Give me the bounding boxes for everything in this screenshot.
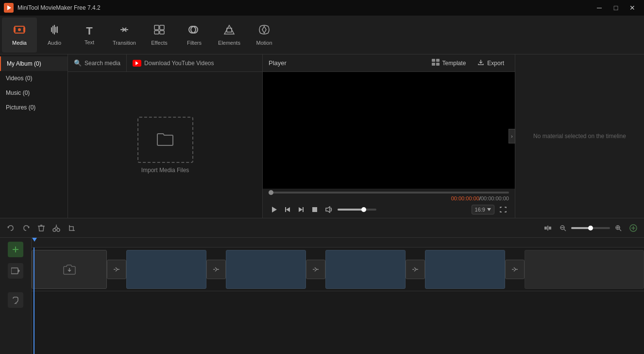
toolbar-item-text[interactable]: T Text: [72, 18, 107, 53]
youtube-icon: [133, 60, 141, 67]
toolbar-item-filters[interactable]: Filters: [177, 18, 212, 53]
search-media-label: Search media: [85, 60, 120, 67]
timeline-transition-3[interactable]: [306, 260, 325, 279]
app-logo: [4, 3, 14, 13]
app-title: MiniTool MovieMaker Free 7.4.2: [17, 4, 101, 11]
minimize-button[interactable]: ─: [592, 3, 607, 13]
toolbar-item-elements[interactable]: Elements: [212, 18, 247, 53]
volume-slider[interactable]: [338, 209, 376, 211]
timeline-playhead-line: [34, 248, 34, 354]
toolbar-item-transition[interactable]: Transition: [107, 18, 142, 53]
download-youtube-label: Download YouTube Videos: [144, 60, 214, 67]
delete-button[interactable]: [35, 222, 48, 234]
video-track: [32, 248, 644, 291]
sidebar-item-pictures[interactable]: Pictures (0): [0, 100, 68, 115]
svg-rect-14: [432, 59, 435, 62]
maximize-button[interactable]: □: [608, 3, 624, 13]
undo-button[interactable]: [4, 222, 17, 234]
time-current: 00:00:00:00: [451, 195, 479, 201]
zoom-out-button[interactable]: [557, 223, 569, 233]
timeline-transition-4[interactable]: [406, 260, 425, 279]
toolbar-transition-label: Transition: [113, 40, 136, 46]
video-track-icon[interactable]: [8, 263, 23, 279]
media-area: 🔍 Search media Download YouTube Videos I…: [68, 54, 262, 218]
progress-thumb: [269, 190, 273, 195]
toolbar-text-label: Text: [85, 39, 94, 45]
svg-point-5: [18, 28, 21, 31]
svg-rect-3: [14, 27, 16, 32]
audio-track-icon[interactable]: [8, 292, 23, 308]
zoom-tracks-button[interactable]: [541, 222, 555, 234]
svg-marker-20: [286, 207, 290, 212]
timeline-sidebar: [0, 238, 32, 354]
cut-button[interactable]: [50, 222, 63, 234]
sidebar-item-music[interactable]: Music (0): [0, 86, 68, 100]
svg-rect-7: [160, 25, 164, 30]
timeline-transition-2[interactable]: [206, 260, 226, 279]
play-button[interactable]: [269, 204, 279, 215]
toolbar-audio-label: Audio: [48, 40, 61, 46]
export-button[interactable]: Export: [473, 57, 509, 69]
svg-rect-36: [11, 268, 18, 274]
chevron-right-icon: ›: [511, 134, 512, 139]
stop-button[interactable]: [309, 204, 320, 215]
download-youtube-button[interactable]: Download YouTube Videos: [127, 54, 220, 72]
svg-rect-23: [312, 207, 317, 212]
svg-marker-24: [326, 207, 330, 212]
timeline-clip-4[interactable]: [425, 250, 505, 289]
timeline-clip-2[interactable]: [226, 250, 306, 289]
add-track-button[interactable]: [627, 222, 640, 234]
svg-rect-4: [23, 27, 25, 32]
toolbar-filters-label: Filters: [187, 40, 202, 46]
template-button[interactable]: Template: [427, 57, 471, 69]
video-preview: [263, 72, 515, 189]
svg-point-29: [57, 229, 60, 231]
svg-rect-9: [160, 31, 164, 34]
panel-toggle[interactable]: ›: [508, 129, 515, 143]
timeline-ruler: [32, 238, 644, 248]
timeline-content: [32, 238, 644, 354]
timeline-transition-1[interactable]: [107, 260, 126, 279]
close-button[interactable]: ✕: [625, 3, 640, 13]
timeline-clip-3[interactable]: [325, 250, 406, 289]
skip-forward-button[interactable]: [296, 204, 306, 215]
timeline-clip-import[interactable]: [32, 250, 107, 289]
toolbar-item-media[interactable]: Media: [2, 18, 37, 53]
sidebar-item-my-album[interactable]: My Album (0): [0, 56, 68, 71]
zoom-slider[interactable]: [571, 227, 610, 229]
svg-rect-17: [436, 63, 440, 66]
svg-marker-12: [224, 25, 234, 34]
audio-icon: [49, 24, 60, 38]
bottom-toolbar-left: [4, 222, 79, 234]
fullscreen-button[interactable]: [497, 204, 509, 215]
zoom-in-button[interactable]: [612, 223, 625, 233]
transition-icon: [119, 24, 130, 38]
volume-button[interactable]: [323, 204, 335, 215]
player-progress[interactable]: [263, 189, 515, 195]
crop-button[interactable]: [65, 222, 79, 234]
search-media-button[interactable]: 🔍 Search media: [68, 54, 127, 72]
toolbar-item-audio[interactable]: Audio: [37, 18, 72, 53]
svg-rect-6: [154, 25, 159, 30]
sidebar-item-videos[interactable]: Videos (0): [0, 71, 68, 86]
redo-button[interactable]: [19, 222, 33, 234]
svg-point-28: [53, 229, 56, 231]
skip-back-button[interactable]: [282, 204, 293, 215]
titlebar-controls: ─ □ ✕: [592, 3, 640, 13]
search-icon: 🔍: [74, 59, 82, 67]
toolbar-item-effects[interactable]: Effects: [142, 18, 177, 53]
progress-bar-track[interactable]: [269, 192, 509, 194]
timeline-transition-5[interactable]: [505, 260, 525, 279]
timeline-tracks: [32, 248, 644, 354]
no-material-text: No material selected on the timeline: [533, 133, 626, 140]
zoom-thumb: [588, 226, 593, 230]
svg-marker-27: [28, 227, 30, 229]
import-box[interactable]: [137, 117, 193, 163]
timeline-clip-1[interactable]: [126, 250, 206, 289]
media-icon: [14, 24, 25, 38]
aspect-ratio-selector[interactable]: 16:9: [472, 205, 494, 214]
export-label: Export: [487, 60, 504, 67]
toolbar-item-motion[interactable]: Motion: [247, 18, 282, 53]
template-icon: [432, 59, 440, 67]
add-timeline-track-button[interactable]: [8, 242, 23, 257]
